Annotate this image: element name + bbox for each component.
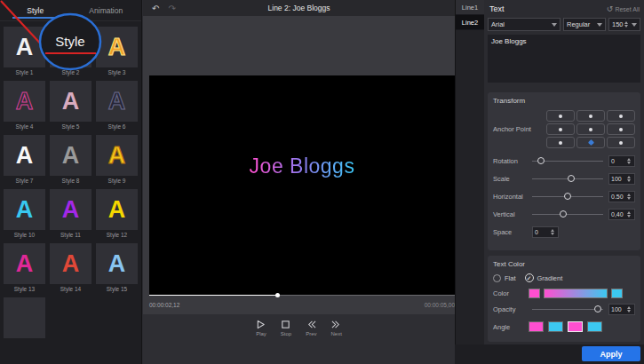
style-preset-13[interactable]: AStyle 13 xyxy=(4,243,45,292)
horizontal-slider-thumb[interactable] xyxy=(564,193,571,200)
rotation-slider[interactable] xyxy=(532,157,603,165)
text-content-input[interactable]: Joe Bloggs xyxy=(488,35,640,83)
apply-button[interactable]: Apply xyxy=(582,346,640,361)
style-preset-14[interactable]: AStyle 14 xyxy=(50,243,91,292)
spinner-arrows-icon[interactable] xyxy=(624,21,628,28)
transport-controls: Play Stop Prev Next xyxy=(143,320,455,336)
gradient-radio[interactable]: ✓ Gradient xyxy=(525,273,563,282)
opacity-stepper[interactable]: 100 xyxy=(608,304,635,315)
text-properties-panel: Text ↺ Reset All Arial Regular 150 Joe B… xyxy=(484,0,644,364)
style-preset-6[interactable]: AStyle 6 xyxy=(96,81,138,130)
anchor-cell-mid-center[interactable] xyxy=(576,123,605,135)
angle-row: Angle xyxy=(493,321,635,332)
horizontal-stepper[interactable]: 0.50 xyxy=(608,191,635,202)
play-icon xyxy=(256,320,266,329)
opacity-slider-thumb[interactable] xyxy=(594,305,601,313)
gradient-end-swatch[interactable] xyxy=(611,289,623,298)
scale-slider-thumb[interactable] xyxy=(568,175,575,182)
vertical-stepper[interactable]: 0,40 xyxy=(608,209,635,220)
line-item-1[interactable]: Line1 xyxy=(456,0,484,15)
chevron-down-icon xyxy=(552,23,557,27)
style-label: Style 10 xyxy=(4,232,45,238)
spinner-arrows-icon[interactable] xyxy=(627,211,631,218)
space-stepper[interactable]: 0 xyxy=(532,226,559,238)
font-family-select[interactable]: Arial xyxy=(488,18,561,31)
next-button[interactable]: Next xyxy=(331,320,342,336)
spinner-arrows-icon[interactable] xyxy=(627,194,631,200)
timeline-progress xyxy=(149,295,277,296)
style-preset-1[interactable]: AStyle 1 xyxy=(4,27,45,75)
rotation-stepper[interactable]: 0 xyxy=(608,155,635,167)
preview-text[interactable]: Joe Bloggs xyxy=(250,154,355,178)
vertical-slider[interactable] xyxy=(532,210,603,218)
opacity-slider[interactable] xyxy=(532,305,603,313)
style-preset-7[interactable]: AStyle 7 xyxy=(4,135,45,184)
style-preset-11[interactable]: AStyle 11 xyxy=(50,189,91,238)
flat-radio[interactable]: Flat xyxy=(493,274,516,282)
gradient-color-row: Color xyxy=(493,289,635,298)
tab-animation[interactable]: Animation xyxy=(71,0,142,20)
total-duration: 00:00:05,00 xyxy=(425,302,455,308)
reset-all-button[interactable]: ↺ Reset All xyxy=(607,5,640,12)
anchor-cell-mid-left[interactable] xyxy=(546,123,575,135)
spinner-arrows-icon[interactable] xyxy=(627,176,631,182)
anchor-cell-bottom-right[interactable] xyxy=(607,137,635,148)
style-preset-4[interactable]: AStyle 4 xyxy=(4,81,45,130)
style-preset-10[interactable]: AStyle 10 xyxy=(4,189,45,238)
timeline-scrubber[interactable] xyxy=(149,293,455,297)
style-letter: A xyxy=(62,88,80,115)
font-style-value: Regular xyxy=(567,20,590,28)
style-preset-16[interactable] xyxy=(4,297,45,340)
spinner-arrows-icon[interactable] xyxy=(627,306,631,313)
angle-swatch-3-selected[interactable] xyxy=(568,321,583,332)
horizontal-slider[interactable] xyxy=(532,193,603,201)
style-preset-15[interactable]: AStyle 15 xyxy=(96,243,138,292)
angle-swatch-2[interactable] xyxy=(548,321,563,332)
style-preset-8[interactable]: AStyle 8 xyxy=(50,135,91,184)
rotation-slider-thumb[interactable] xyxy=(537,157,545,164)
style-preset-3[interactable]: AStyle 3 xyxy=(96,27,138,75)
panel-tabs: Style Animation xyxy=(0,0,141,21)
preview-panel: ↶ ↷ Line 2: Joe Bloggs Joe Bloggs 00:00:… xyxy=(143,0,455,364)
font-size-stepper[interactable]: 150 xyxy=(608,18,640,31)
anchor-cell-bottom-left[interactable] xyxy=(546,137,575,148)
angle-swatch-4[interactable] xyxy=(587,321,602,332)
preview-canvas[interactable]: Joe Bloggs xyxy=(149,75,455,295)
title-editor-window: Style Animation AStyle 1 AStyle 2 AStyle… xyxy=(0,0,644,364)
style-preset-9[interactable]: AStyle 9 xyxy=(96,135,138,184)
font-style-select[interactable]: Regular xyxy=(563,18,606,31)
style-grid: AStyle 1 AStyle 2 AStyle 3 AStyle 4 ASty… xyxy=(0,21,141,340)
spinner-arrows-icon[interactable] xyxy=(627,158,631,164)
prev-button[interactable]: Prev xyxy=(306,320,316,336)
scale-stepper[interactable]: 100 xyxy=(608,173,635,185)
anchor-cell-top-left[interactable] xyxy=(546,110,575,122)
redo-icon[interactable]: ↷ xyxy=(168,4,175,13)
style-preset-5[interactable]: AStyle 5 xyxy=(50,81,91,130)
horizontal-label: Horizontal xyxy=(493,193,532,201)
lines-list: Line1 Line2 xyxy=(455,0,484,364)
fill-mode-row: Flat ✓ Gradient xyxy=(493,273,635,282)
gradient-preview-bar[interactable] xyxy=(544,289,608,298)
style-preset-2[interactable]: AStyle 2 xyxy=(50,27,91,75)
vertical-slider-thumb[interactable] xyxy=(560,210,567,218)
angle-swatch-1[interactable] xyxy=(529,321,544,332)
anchor-cell-top-right[interactable] xyxy=(607,110,635,122)
undo-icon[interactable]: ↶ xyxy=(152,4,159,13)
spinner-arrows-icon[interactable] xyxy=(551,229,554,235)
preview-topbar: ↶ ↷ Line 2: Joe Bloggs xyxy=(143,0,455,16)
playhead[interactable] xyxy=(275,293,280,297)
font-family-value: Arial xyxy=(491,20,505,28)
gradient-start-swatch[interactable] xyxy=(529,289,540,298)
anchor-cell-bottom-center-selected[interactable] xyxy=(576,137,605,148)
style-label: Style 11 xyxy=(50,232,91,238)
anchor-cell-top-center[interactable] xyxy=(576,110,605,122)
stop-button[interactable]: Stop xyxy=(281,320,291,336)
play-button[interactable]: Play xyxy=(256,320,266,336)
tab-style[interactable]: Style xyxy=(0,0,71,20)
style-preset-12[interactable]: AStyle 12 xyxy=(96,189,138,238)
anchor-cell-mid-right[interactable] xyxy=(607,123,635,135)
scale-slider[interactable] xyxy=(532,175,603,183)
timeline-times: 00:00:02,12 00:00:05,00 xyxy=(149,302,455,308)
style-letter: A xyxy=(108,250,126,278)
line-item-2[interactable]: Line2 xyxy=(456,15,484,30)
